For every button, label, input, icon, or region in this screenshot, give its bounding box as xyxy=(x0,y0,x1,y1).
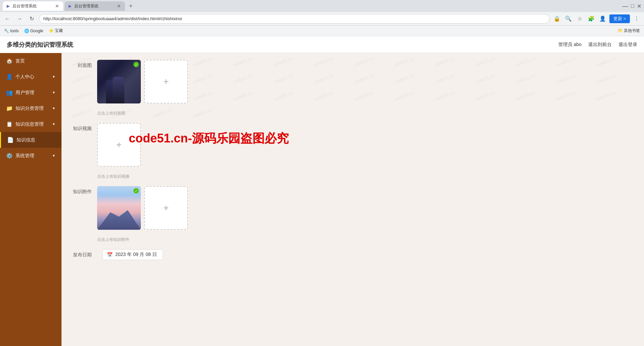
zoom-icon[interactable]: 🔍 xyxy=(564,14,573,24)
attachment-hint-text: 点击上传知识附件 xyxy=(97,237,129,242)
form-container: 封面图 ✓ xyxy=(72,60,634,260)
knowledge-cat-icon: 📁 xyxy=(6,105,12,112)
cover-hint-text: 点击上传封面图 xyxy=(97,111,125,116)
bookmark-google[interactable]: 🌐 Google xyxy=(24,29,43,33)
tab-2-close[interactable]: ✕ xyxy=(117,3,121,9)
video-hint-text: 点击上传知识视频 xyxy=(97,174,129,179)
sidebar-item-user-mgmt[interactable]: 👥 用户管理 ▼ xyxy=(0,85,62,100)
attachment-upload-btn[interactable]: + xyxy=(144,186,188,230)
app-title: 多维分类的知识管理系统 xyxy=(7,41,73,49)
video-hint-row: 点击上传知识视频 xyxy=(72,173,634,179)
sidebar-label-knowledge: 知识信息 xyxy=(16,137,55,143)
chevron-knowledge-info-mgmt: ▼ xyxy=(52,122,55,126)
app-header: 多维分类的知识管理系统 管理员 abo 退出到前台 退出登录 xyxy=(0,36,644,53)
bookmarks-bar: 🔧 tools 🌐 Google ⭐ 宝藏 📁 其他书签 xyxy=(0,26,644,36)
attachment-image-badge: ✓ xyxy=(133,188,139,193)
back-button[interactable]: ← xyxy=(3,14,12,24)
window-maximize[interactable]: □ xyxy=(631,3,634,9)
knowledge-info-mgmt-icon: 📋 xyxy=(6,121,12,127)
app-container: 多维分类的知识管理系统 管理员 abo 退出到前台 退出登录 🏠 首页 👤 个人… xyxy=(0,36,644,346)
tab-2[interactable]: ▶ 后台管理系统 ✕ xyxy=(65,1,125,11)
window-close[interactable]: ✕ xyxy=(637,3,641,9)
logout-link[interactable]: 退出登录 xyxy=(618,42,637,48)
chevron-user-mgmt: ▼ xyxy=(52,91,55,94)
cover-image-existing[interactable]: ✓ xyxy=(97,60,141,103)
tab-1-favicon: ▶ xyxy=(7,4,10,8)
user-mgmt-icon: 👥 xyxy=(6,89,12,96)
new-tab-button[interactable]: + xyxy=(126,3,135,10)
bookmark-tools[interactable]: 🔧 tools xyxy=(4,29,19,33)
browser-titlebar: ▶ 后台管理系统 ✕ ▶ 后台管理系统 ✕ + — □ ✕ xyxy=(0,0,644,12)
bookmark-icon[interactable]: ☆ xyxy=(575,14,585,24)
update-button[interactable]: 更新 > xyxy=(609,14,630,23)
attachment-hint-row: 点击上传知识附件 xyxy=(72,236,634,243)
attachment-image-existing[interactable]: ✓ xyxy=(97,186,141,230)
home-icon: 🏠 xyxy=(6,58,12,64)
browser-toolbar: ← → ↻ 🔒 🔍 ☆ 🧩 👤 更新 > ⋮ xyxy=(0,12,644,26)
lock-icon: 🔒 xyxy=(552,14,562,24)
content-area: code51.cn code51.cn code51.cn code51.cn … xyxy=(62,53,644,346)
date-value: 2023 年 09 月 08 日 xyxy=(115,252,157,258)
forward-button[interactable]: → xyxy=(15,14,24,24)
cover-label: 封面图 xyxy=(72,60,92,69)
date-label: 发布日期 xyxy=(72,249,92,258)
browser-window: ▶ 后台管理系统 ✕ ▶ 后台管理系统 ✕ + — □ ✕ ← → ↻ 🔒 🔍 … xyxy=(0,0,644,36)
video-upload-btn[interactable]: + xyxy=(97,123,141,167)
date-row: 发布日期 📅 2023 年 09 月 08 日 xyxy=(72,249,634,260)
cover-upload-btn[interactable]: + xyxy=(144,60,188,103)
sidebar-item-personal[interactable]: 👤 个人中心 ▼ xyxy=(0,69,62,85)
date-picker[interactable]: 📅 2023 年 09 月 08 日 xyxy=(103,249,163,260)
add-cover-icon: + xyxy=(163,76,169,87)
chevron-system-mgmt: ▼ xyxy=(52,154,55,158)
toolbar-right: 🔒 🔍 ☆ 🧩 👤 更新 > ⋮ xyxy=(552,14,641,24)
main-layout: 🏠 首页 👤 个人中心 ▼ 👥 用户管理 ▼ 📁 知识分类管理 ▼ 📋 知识信息… xyxy=(0,53,644,346)
calendar-icon: 📅 xyxy=(107,252,113,257)
reload-button[interactable]: ↻ xyxy=(27,14,36,24)
header-actions: 管理员 abo 退出到前台 退出登录 xyxy=(558,42,637,48)
cover-hint-row: 点击上传封面图 xyxy=(72,110,634,116)
admin-name: 管理员 abo xyxy=(558,42,581,48)
chevron-personal: ▼ xyxy=(52,75,55,79)
attachment-label: 知识附件 xyxy=(72,186,92,195)
attachment-content: ✓ + xyxy=(97,186,188,230)
back-to-front[interactable]: 退出到前台 xyxy=(588,42,612,48)
extension-icon[interactable]: 🧩 xyxy=(587,14,596,24)
sidebar-item-system-mgmt[interactable]: ⚙️ 系统管理 ▼ xyxy=(0,148,62,164)
sidebar-label-system-mgmt: 系统管理 xyxy=(15,153,49,159)
sidebar-label-knowledge-info-mgmt: 知识信息管理 xyxy=(15,121,49,127)
sidebar-label-personal: 个人中心 xyxy=(15,74,49,80)
knowledge-icon: 📄 xyxy=(7,137,13,143)
tab-1[interactable]: ▶ 后台管理系统 ✕ xyxy=(3,1,63,11)
add-attachment-icon: + xyxy=(163,203,169,213)
video-content: + xyxy=(97,123,141,167)
chevron-knowledge-cat: ▼ xyxy=(52,106,55,110)
tab-1-close[interactable]: ✕ xyxy=(55,3,59,9)
personal-icon: 👤 xyxy=(6,74,12,80)
address-bar[interactable] xyxy=(39,14,550,24)
other-bookmarks[interactable]: 📁 其他书签 xyxy=(618,28,640,34)
sidebar-item-home[interactable]: 🏠 首页 xyxy=(0,53,62,69)
cover-row: 封面图 ✓ xyxy=(72,60,634,103)
cover-image-badge: ✓ xyxy=(133,62,139,67)
video-row: 知识视频 + xyxy=(72,123,634,167)
menu-icon[interactable]: ⋮ xyxy=(632,14,641,24)
sidebar-label-user-mgmt: 用户管理 xyxy=(15,90,49,96)
tab-1-title: 后台管理系统 xyxy=(12,3,37,9)
sidebar-label-knowledge-cat: 知识分类管理 xyxy=(15,105,49,112)
add-video-icon: + xyxy=(116,139,122,150)
video-label: 知识视频 xyxy=(72,123,92,132)
bookmark-treasure[interactable]: ⭐ 宝藏 xyxy=(49,28,63,34)
sidebar-item-knowledge-info-mgmt[interactable]: 📋 知识信息管理 ▼ xyxy=(0,116,62,132)
window-minimize[interactable]: — xyxy=(622,3,628,10)
tab-2-title: 后台管理系统 xyxy=(74,3,98,9)
sidebar-item-knowledge-category[interactable]: 📁 知识分类管理 ▼ xyxy=(0,100,62,116)
sidebar-label-home: 首页 xyxy=(15,58,55,64)
cover-content: ✓ + xyxy=(97,60,188,103)
sidebar: 🏠 首页 👤 个人中心 ▼ 👥 用户管理 ▼ 📁 知识分类管理 ▼ 📋 知识信息… xyxy=(0,53,62,346)
system-mgmt-icon: ⚙️ xyxy=(6,153,12,159)
tab-2-favicon: ▶ xyxy=(69,4,72,8)
attachment-row: 知识附件 ✓ + xyxy=(72,186,634,230)
sidebar-item-knowledge[interactable]: 📄 知识信息 xyxy=(0,132,62,148)
profile-icon[interactable]: 👤 xyxy=(598,14,607,24)
